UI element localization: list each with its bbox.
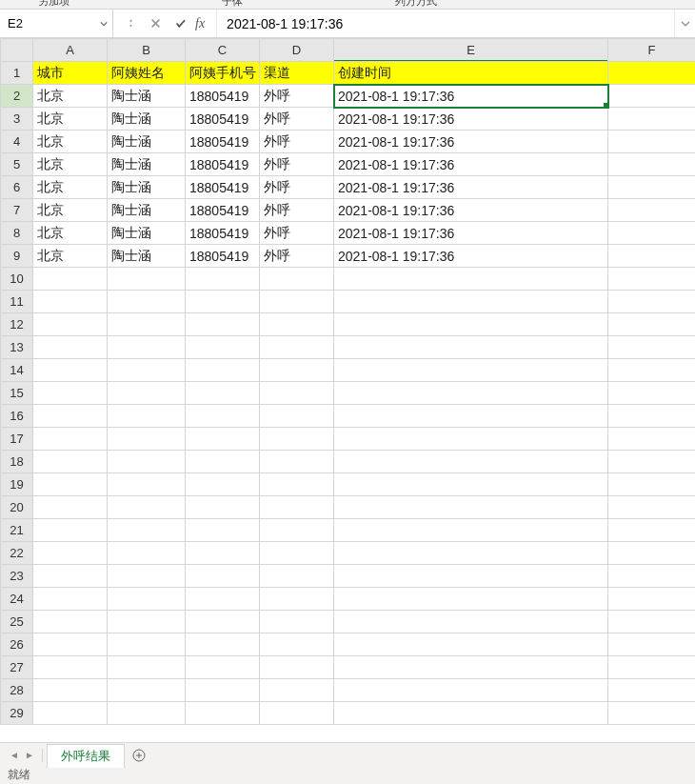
cell-F2[interactable] <box>608 85 696 108</box>
cell-E10[interactable] <box>334 268 608 291</box>
cell-A6[interactable]: 北京 <box>33 176 108 199</box>
cell-E24[interactable] <box>334 588 608 611</box>
cell-A18[interactable] <box>33 451 108 473</box>
cell-E17[interactable] <box>334 428 608 451</box>
cell-B2[interactable]: 陶士涵 <box>108 85 186 108</box>
cell-B18[interactable] <box>108 451 186 473</box>
cell-B10[interactable] <box>108 268 186 291</box>
cell-F16[interactable] <box>608 405 696 428</box>
cell-D27[interactable] <box>260 656 334 679</box>
row-header[interactable]: 23 <box>1 565 33 588</box>
row-header[interactable]: 18 <box>1 451 33 473</box>
cell-B4[interactable]: 陶士涵 <box>108 131 186 153</box>
cell-B1[interactable]: 阿姨姓名 <box>108 62 186 85</box>
cell-B24[interactable] <box>108 588 186 611</box>
sheet-nav-prev-icon[interactable]: ◄ <box>8 749 21 762</box>
cell-B3[interactable]: 陶士涵 <box>108 108 186 131</box>
cell-E25[interactable] <box>334 611 608 633</box>
cell-B25[interactable] <box>108 611 186 633</box>
row-header[interactable]: 22 <box>1 542 33 565</box>
cell-A29[interactable] <box>33 702 108 725</box>
cell-B5[interactable]: 陶士涵 <box>108 153 186 176</box>
cell-E28[interactable] <box>334 679 608 702</box>
cell-A12[interactable] <box>33 313 108 336</box>
cell-F7[interactable] <box>608 199 696 222</box>
cell-D12[interactable] <box>260 313 334 336</box>
cell-E6[interactable]: 2021-08-1 19:17:36 <box>334 176 608 199</box>
cell-E18[interactable] <box>334 451 608 473</box>
cell-D23[interactable] <box>260 565 334 588</box>
row-header[interactable]: 21 <box>1 519 33 542</box>
cell-D7[interactable]: 外呼 <box>260 199 334 222</box>
cell-B9[interactable]: 陶士涵 <box>108 245 186 268</box>
cell-D15[interactable] <box>260 382 334 405</box>
cell-B29[interactable] <box>108 702 186 725</box>
cell-C25[interactable] <box>186 611 260 633</box>
cell-D24[interactable] <box>260 588 334 611</box>
cell-F27[interactable] <box>608 656 696 679</box>
cell-B12[interactable] <box>108 313 186 336</box>
cell-F1[interactable] <box>608 62 696 85</box>
cell-E27[interactable] <box>334 656 608 679</box>
cell-E14[interactable] <box>334 359 608 382</box>
row-header[interactable]: 25 <box>1 611 33 633</box>
cell-E12[interactable] <box>334 313 608 336</box>
cell-D14[interactable] <box>260 359 334 382</box>
fx-icon[interactable]: fx <box>193 16 210 31</box>
cell-E16[interactable] <box>334 405 608 428</box>
cell-A26[interactable] <box>33 633 108 656</box>
cell-C8[interactable]: 18805419 <box>186 222 260 245</box>
cell-B23[interactable] <box>108 565 186 588</box>
cell-E22[interactable] <box>334 542 608 565</box>
cell-E26[interactable] <box>334 633 608 656</box>
cell-C29[interactable] <box>186 702 260 725</box>
cell-C9[interactable]: 18805419 <box>186 245 260 268</box>
cell-E4[interactable]: 2021-08-1 19:17:36 <box>334 131 608 153</box>
cell-F14[interactable] <box>608 359 696 382</box>
cell-D11[interactable] <box>260 291 334 313</box>
row-header[interactable]: 6 <box>1 176 33 199</box>
cell-B28[interactable] <box>108 679 186 702</box>
cell-F3[interactable] <box>608 108 696 131</box>
row-header[interactable]: 4 <box>1 131 33 153</box>
cell-F17[interactable] <box>608 428 696 451</box>
cell-F10[interactable] <box>608 268 696 291</box>
cell-F24[interactable] <box>608 588 696 611</box>
cell-A19[interactable] <box>33 473 108 496</box>
cell-C11[interactable] <box>186 291 260 313</box>
row-header[interactable]: 8 <box>1 222 33 245</box>
cell-E13[interactable] <box>334 336 608 359</box>
sheet-nav[interactable]: ◄ ► <box>8 749 43 762</box>
cell-C17[interactable] <box>186 428 260 451</box>
cell-E7[interactable]: 2021-08-1 19:17:36 <box>334 199 608 222</box>
cell-F5[interactable] <box>608 153 696 176</box>
cell-F23[interactable] <box>608 565 696 588</box>
cell-D4[interactable]: 外呼 <box>260 131 334 153</box>
enter-formula-button[interactable] <box>169 12 191 35</box>
cell-A7[interactable]: 北京 <box>33 199 108 222</box>
cell-E9[interactable]: 2021-08-1 19:17:36 <box>334 245 608 268</box>
cell-D10[interactable] <box>260 268 334 291</box>
cell-B16[interactable] <box>108 405 186 428</box>
cell-C13[interactable] <box>186 336 260 359</box>
cell-C18[interactable] <box>186 451 260 473</box>
cell-B27[interactable] <box>108 656 186 679</box>
name-box[interactable] <box>0 10 95 37</box>
cell-D22[interactable] <box>260 542 334 565</box>
cell-A4[interactable]: 北京 <box>33 131 108 153</box>
cell-E23[interactable] <box>334 565 608 588</box>
cell-A20[interactable] <box>33 496 108 519</box>
column-header-A[interactable]: A <box>33 39 108 62</box>
cell-D26[interactable] <box>260 633 334 656</box>
row-header[interactable]: 12 <box>1 313 33 336</box>
row-header[interactable]: 2 <box>1 85 33 108</box>
row-header[interactable]: 16 <box>1 405 33 428</box>
cell-D1[interactable]: 渠道 <box>260 62 334 85</box>
cell-F22[interactable] <box>608 542 696 565</box>
cell-A23[interactable] <box>33 565 108 588</box>
cell-A22[interactable] <box>33 542 108 565</box>
spreadsheet-grid[interactable]: ABCDEF 1城市阿姨姓名阿姨手机号渠道创建时间2北京陶士涵18805419外… <box>0 38 695 742</box>
cell-A5[interactable]: 北京 <box>33 153 108 176</box>
row-header[interactable]: 1 <box>1 62 33 85</box>
cell-D2[interactable]: 外呼 <box>260 85 334 108</box>
